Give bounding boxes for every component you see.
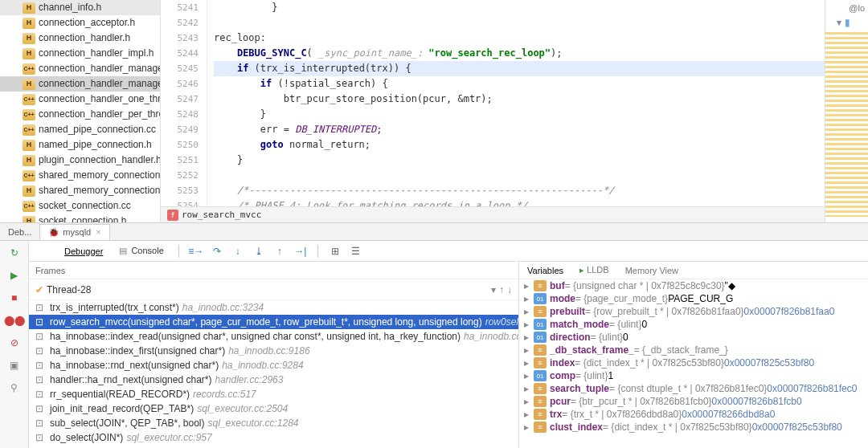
line-number[interactable]: 5242	[161, 15, 199, 31]
line-number[interactable]: 5241	[161, 0, 199, 15]
mute-breakpoints-icon[interactable]: ⊘	[6, 334, 23, 352]
file-item[interactable]: Hshared_memory_connection.h	[0, 183, 160, 198]
stack-frame[interactable]: ⊡ha_innobase::index_first(unsigned char*…	[29, 344, 518, 358]
show-execution-icon[interactable]: ≡→	[187, 242, 205, 260]
rerun-icon[interactable]: ↻	[6, 244, 23, 262]
variable-row[interactable]: ▸≡trx = {trx_t * | 0x7f8266dbd8a0} 0x000…	[519, 408, 868, 421]
stack-frame[interactable]: ⊡do_select(JOIN*)sql_executor.cc:957	[29, 430, 518, 445]
expand-icon[interactable]: ▸	[524, 332, 534, 343]
tab-lldb[interactable]: ▸ LLDB	[571, 263, 617, 278]
run-to-cursor-icon[interactable]: →|	[292, 242, 309, 260]
code-line[interactable]: /*--------------------------------------…	[214, 183, 825, 198]
expand-icon[interactable]: ▸	[524, 306, 534, 317]
file-item[interactable]: Hconnection_handler_impl.h	[0, 46, 160, 61]
variable-row[interactable]: ▸01direction = {ulint} 0	[519, 331, 868, 344]
code-line[interactable]: goto normal_return;	[214, 137, 825, 153]
variable-row[interactable]: ▸≡prebuilt = {row_prebuilt_t * | 0x7f826…	[519, 305, 868, 318]
file-item[interactable]: Hconnection_handler.h	[0, 31, 160, 46]
tab-memory[interactable]: Memory View	[617, 263, 686, 278]
tab-console[interactable]: ▤ Console	[113, 243, 170, 259]
file-item[interactable]: Hnamed_pipe_connection.h	[0, 137, 160, 153]
stack-frame[interactable]: ⊡sub_select(JOIN*, QEP_TAB*, bool)sql_ex…	[29, 416, 518, 430]
stack-frame[interactable]: ⊡ha_innobase::index_read(unsigned char*,…	[29, 329, 518, 344]
file-tree[interactable]: Hchannel_info.hHconnection_acceptor.hHco…	[0, 0, 161, 222]
dropdown-icon[interactable]: ▾	[491, 284, 496, 295]
file-item[interactable]: Hsocket_connection.h	[0, 214, 160, 222]
variable-row[interactable]: ▸≡pcur = {btr_pcur_t * | 0x7f826b81fcb0}…	[519, 395, 868, 408]
code-line[interactable]: }	[214, 107, 825, 122]
expand-icon[interactable]: ▸	[524, 409, 534, 420]
code-line[interactable]: if (!spatial_search) {	[214, 76, 825, 92]
code-line[interactable]: if (trx_is_interrupted(trx)) {	[214, 61, 825, 76]
file-item[interactable]: Hconnection_handler_manager.h	[0, 76, 160, 92]
line-number[interactable]: 5244	[161, 46, 199, 61]
line-number[interactable]: 5243	[161, 31, 199, 46]
variable-row[interactable]: ▸01comp = {ulint} 1	[519, 369, 868, 382]
code-line[interactable]: btr_pcur_store_position(pcur, &mtr);	[214, 92, 825, 107]
variable-row[interactable]: ▸01match_mode = {ulint} 0	[519, 318, 868, 331]
line-number[interactable]: 5247	[161, 92, 199, 107]
thread-selector[interactable]: ✔ Thread-28 ▾ ↑ ↓	[29, 279, 518, 300]
expand-icon[interactable]: ▸	[524, 293, 534, 304]
code-line[interactable]: }	[214, 0, 825, 15]
evaluate-icon[interactable]: ⊞	[326, 242, 344, 260]
stop-icon[interactable]: ■	[6, 289, 23, 307]
debug-session-tab[interactable]: Deb...	[0, 225, 39, 239]
file-item[interactable]: Hplugin_connection_handler.h	[0, 153, 160, 168]
next-frame-icon[interactable]: ↓	[507, 284, 512, 295]
stack-frame[interactable]: ⊡trx_is_interrupted(trx_t const*)ha_inno…	[29, 300, 518, 315]
line-number[interactable]: 5252	[161, 168, 199, 183]
view-breakpoints-icon[interactable]: ⬤⬤	[6, 312, 23, 329]
tab-variables[interactable]: Variables	[519, 263, 571, 278]
file-item[interactable]: Hconnection_acceptor.h	[0, 15, 160, 31]
line-number[interactable]: 5246	[161, 76, 199, 92]
file-item[interactable]: Hchannel_info.h	[0, 0, 160, 15]
settings-icon[interactable]: ▣	[6, 356, 23, 374]
file-item[interactable]: named_pipe_connection.cc	[0, 122, 160, 137]
stack-frame[interactable]: ⊡row_search_mvcc(unsigned char*, page_cu…	[29, 315, 518, 329]
force-step-into-icon[interactable]: ⤓	[250, 242, 268, 260]
line-number[interactable]: 5251	[161, 153, 199, 168]
line-number[interactable]: 5250	[161, 137, 199, 153]
stack-frame[interactable]: ⊡ha_innobase::rnd_next(unsigned char*)ha…	[29, 358, 518, 373]
code-editor[interactable]: 5241524252435244524552465247524852495250…	[161, 0, 825, 222]
file-item[interactable]: connection_handler_per_thread.cc	[0, 107, 160, 122]
file-item[interactable]: connection_handler_manager.cc	[0, 61, 160, 76]
step-out-icon[interactable]: ↑	[271, 242, 289, 260]
expand-icon[interactable]: ▸	[524, 319, 534, 330]
stack-frame[interactable]: ⊡rr_sequential(READ_RECORD*)records.cc:5…	[29, 387, 518, 401]
line-number[interactable]: 5253	[161, 183, 199, 198]
expand-icon[interactable]: ▸	[524, 422, 534, 433]
variable-row[interactable]: ▸≡search_tuple = {const dtuple_t * | 0x7…	[519, 382, 868, 395]
debug-session-tab[interactable]: 🐞mysqld×	[39, 224, 109, 240]
expand-icon[interactable]: ▸	[524, 396, 534, 407]
line-number[interactable]: 5248	[161, 107, 199, 122]
variable-row[interactable]: ▸≡buf = {unsigned char * | 0x7f825c8c9c3…	[519, 279, 868, 292]
breadcrumb[interactable]: f row_search_mvcc	[161, 206, 825, 222]
stack-frame[interactable]: ⊡JOIN::exec()sql_executor.cc:206	[29, 445, 518, 448]
variable-row[interactable]: ▸01mode = {page_cur_mode_t} PAGE_CUR_G	[519, 292, 868, 305]
close-icon[interactable]: ×	[96, 227, 100, 237]
step-over-icon[interactable]: ↷	[208, 242, 226, 260]
expand-icon[interactable]: ▸	[524, 344, 534, 356]
variable-row[interactable]: ▸≡clust_index = {dict_index_t * | 0x7f82…	[519, 421, 868, 434]
resume-icon[interactable]: ▶	[6, 267, 23, 284]
tab-debugger[interactable]: Debugger	[58, 244, 109, 259]
code-line[interactable]: }	[214, 153, 825, 168]
expand-icon[interactable]: ▸	[524, 280, 534, 291]
code-line[interactable]: DEBUG_SYNC_C( _sync_point_name_: "row_se…	[214, 46, 825, 61]
more-icon[interactable]: ☰	[347, 242, 365, 260]
step-into-icon[interactable]: ↓	[229, 242, 247, 260]
line-number[interactable]: 5249	[161, 122, 199, 137]
variable-row[interactable]: ▸≡index = {dict_index_t * | 0x7f825c53bf…	[519, 356, 868, 369]
code-line[interactable]	[214, 15, 825, 31]
file-item[interactable]: connection_handler_one_thread.cc	[0, 92, 160, 107]
editor-minimap[interactable]: @lo ▾ ▮	[825, 0, 868, 222]
file-item[interactable]: shared_memory_connection.cc	[0, 168, 160, 183]
expand-icon[interactable]: ▸	[524, 383, 534, 394]
code-line[interactable]: err = DB_INTERRUPTED;	[214, 122, 825, 137]
variable-row[interactable]: ▸≡_db_stack_frame_ = {_db_stack_frame_}	[519, 344, 868, 356]
stack-frame[interactable]: ⊡handler::ha_rnd_next(unsigned char*)han…	[29, 373, 518, 387]
stack-frame[interactable]: ⊡join_init_read_record(QEP_TAB*)sql_exec…	[29, 401, 518, 416]
line-number[interactable]: 5245	[161, 61, 199, 76]
